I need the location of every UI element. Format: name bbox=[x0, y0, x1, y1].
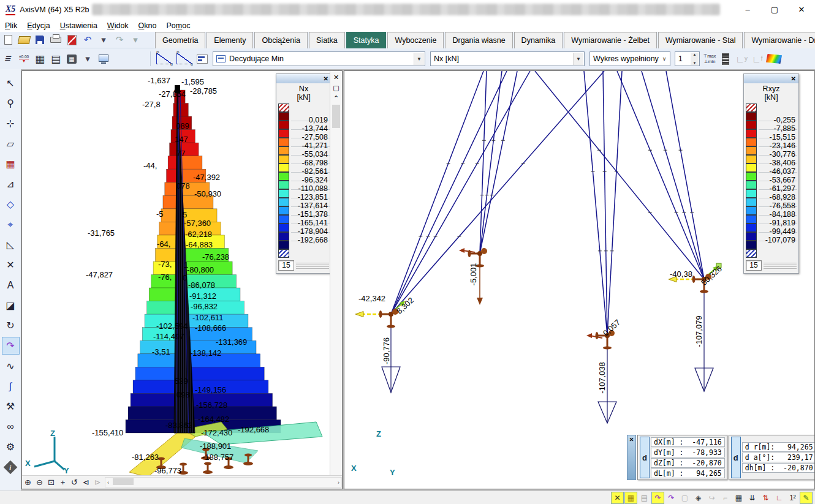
text-annotation-icon[interactable]: A bbox=[2, 276, 20, 294]
scrollbar-thumb[interactable] bbox=[113, 478, 134, 485]
model-view-right[interactable]: -42,342-40,38-90,776-5,001-107,038-107,0… bbox=[344, 70, 815, 489]
left-view-scrollbar[interactable]: ✕ ▢ ⌃ bbox=[330, 71, 342, 477]
snap-icon[interactable]: ✕ bbox=[611, 492, 624, 504]
sections-display-icon[interactable]: ↷ bbox=[665, 492, 678, 504]
drawing-tools-icon[interactable]: ◺ bbox=[2, 236, 20, 254]
rotate-icon[interactable]: ↺ bbox=[69, 476, 80, 488]
print-icon[interactable] bbox=[48, 32, 63, 48]
grid-cursor-icon[interactable]: ▦ bbox=[624, 492, 637, 504]
color-coding-icon[interactable]: ▦ bbox=[2, 155, 20, 173]
guideline-icon[interactable]: ◈ bbox=[692, 492, 705, 504]
move-icon[interactable]: ◇ bbox=[2, 195, 20, 213]
tab-dynamika[interactable]: Dynamika bbox=[514, 32, 563, 48]
table-rows-icon[interactable]: ▤ bbox=[638, 492, 651, 504]
result-component-combo[interactable]: Nx [kN] ▼ bbox=[430, 51, 585, 66]
result-setup-icon[interactable] bbox=[195, 51, 210, 67]
report-icon[interactable]: ▤ bbox=[48, 51, 63, 67]
plane-tools-icon[interactable]: ◪ bbox=[2, 296, 20, 314]
undo-more-icon[interactable]: ▾ bbox=[96, 32, 111, 48]
animation-icon[interactable] bbox=[718, 51, 733, 67]
menu-okno[interactable]: Okno bbox=[134, 20, 162, 31]
menu-edycja[interactable]: Edycja bbox=[22, 20, 55, 31]
panel-grab-bar[interactable]: ✕ bbox=[627, 435, 636, 480]
scrollbar-thumb[interactable] bbox=[332, 105, 340, 128]
dimension-lines-icon[interactable]: ⌖ bbox=[2, 216, 20, 233]
save-icon[interactable] bbox=[32, 32, 47, 48]
zoom-out-icon[interactable]: ⊖ bbox=[34, 476, 45, 488]
redo-icon[interactable]: ↷ bbox=[112, 32, 127, 48]
transform-icon[interactable]: ⊿ bbox=[2, 175, 20, 193]
display-params-icon[interactable] bbox=[96, 51, 111, 67]
section-segment-icon[interactable]: ∫ bbox=[2, 377, 20, 395]
menu-plik[interactable]: Plik bbox=[0, 20, 22, 31]
pdf-icon[interactable] bbox=[64, 32, 79, 48]
polyline-icon[interactable]: ∿ bbox=[2, 357, 20, 375]
horizontal-scrollbar[interactable]: ‹ › bbox=[105, 477, 342, 487]
finish-brush-icon[interactable]: ⚒ bbox=[2, 397, 20, 415]
chevron-down-icon[interactable]: ∨ bbox=[659, 53, 669, 65]
table-icon[interactable]: ▦ bbox=[32, 51, 47, 67]
spinner-arrows-icon[interactable]: ▲▼ bbox=[691, 53, 699, 65]
tab-siatka[interactable]: Siatka bbox=[309, 32, 345, 48]
trajectory-icon[interactable]: ⌐ bbox=[719, 492, 732, 504]
tab-wymiarowanie-drewno[interactable]: Wymiarowanie - Drewno bbox=[744, 32, 815, 48]
arrows-updown-icon[interactable]: ⇅ bbox=[759, 492, 772, 504]
workplane-icon[interactable]: ▢ bbox=[678, 492, 691, 504]
pan-icon[interactable]: + bbox=[57, 476, 69, 488]
open-icon[interactable] bbox=[17, 32, 31, 48]
table-grid-icon[interactable]: ▦ bbox=[732, 492, 745, 504]
dimension-icon[interactable] bbox=[17, 51, 31, 67]
renumber-icon[interactable]: ↻ bbox=[2, 317, 20, 334]
parts-display-icon[interactable]: ↷ bbox=[651, 492, 664, 504]
calc-more-icon[interactable]: ▾ bbox=[80, 51, 95, 67]
coordinate-views-icon[interactable]: ⊹ bbox=[2, 115, 20, 132]
level-count-field[interactable]: 15 bbox=[278, 260, 294, 271]
diagram-style-combo[interactable]: Wykres wypełniony ∨ bbox=[589, 51, 670, 66]
calculator-icon[interactable] bbox=[64, 51, 79, 67]
chevron-down-icon[interactable]: ▼ bbox=[414, 53, 424, 65]
chevron-down-icon[interactable]: ▼ bbox=[573, 53, 583, 65]
modify-trim-icon[interactable]: ✕ bbox=[2, 256, 20, 274]
tab-statyka[interactable]: Statyka bbox=[346, 32, 387, 48]
menu-ustawienia[interactable]: Ustawienia bbox=[55, 20, 102, 31]
zoom-icon[interactable]: ⚲ bbox=[2, 94, 20, 112]
settings-wrench-icon[interactable]: ⚙ bbox=[2, 438, 20, 456]
axes-y-disabled-icon[interactable]: ∟ʸ bbox=[734, 51, 749, 67]
tab-wymiarowanie-elbet[interactable]: Wymiarowanie - Żelbet bbox=[564, 32, 657, 48]
linear-static-icon[interactable] bbox=[156, 53, 172, 64]
scroll-up-icon[interactable]: ⌃ bbox=[333, 94, 339, 102]
tab-wyboczenie[interactable]: Wyboczenie bbox=[387, 32, 444, 48]
close-icon[interactable]: ✕ bbox=[629, 437, 634, 480]
info-icon[interactable]: i bbox=[2, 458, 20, 476]
close-icon[interactable]: ✕ bbox=[333, 73, 339, 81]
view-redo-icon[interactable]: ⊳ bbox=[92, 476, 104, 488]
level-count-field[interactable]: 15 bbox=[746, 260, 762, 271]
axes-f-disabled-icon[interactable]: ∟ᶠ bbox=[750, 51, 765, 67]
menu-pomoc[interactable]: Pomoc bbox=[161, 20, 195, 31]
zoom-fit-icon[interactable]: ⊡ bbox=[45, 476, 57, 488]
maximize-button[interactable]: ▢ bbox=[761, 1, 788, 19]
menu-widok[interactable]: Widok bbox=[102, 20, 134, 31]
redo-more-icon[interactable]: ▾ bbox=[128, 32, 143, 48]
perspective-icon[interactable]: ▱ bbox=[2, 135, 20, 152]
tab-obci-enia[interactable]: Obciążenia bbox=[254, 32, 308, 48]
numbering-icon[interactable]: 1² bbox=[786, 492, 799, 504]
legend-title-bar[interactable]: ✕ bbox=[744, 74, 798, 83]
model-view-left[interactable]: -1,637-1,595-27,854-27,8-28,78508914777-… bbox=[21, 70, 343, 489]
tab-wymiarowanie-stal[interactable]: Wymiarowanie - Stal bbox=[658, 32, 743, 48]
view-undo-icon[interactable]: ⊲ bbox=[80, 476, 92, 488]
tab-elementy[interactable]: Elementy bbox=[207, 32, 253, 48]
zoom-in-icon[interactable]: ⊕ bbox=[22, 476, 34, 488]
tab-geometria[interactable]: Geometria bbox=[155, 32, 205, 48]
maximize-icon[interactable]: ▢ bbox=[333, 84, 339, 92]
render-mode-icon[interactable] bbox=[766, 51, 782, 67]
minmax-icon[interactable] bbox=[702, 51, 717, 67]
legend-title-bar[interactable]: ✕ bbox=[276, 74, 331, 83]
scroll-right-icon[interactable]: › bbox=[338, 480, 339, 486]
scroll-left-icon[interactable]: ‹ bbox=[107, 480, 109, 486]
undo-icon[interactable]: ↶ bbox=[80, 32, 95, 48]
edit-polygon-icon[interactable]: ✎ bbox=[800, 492, 813, 504]
scale-spinner[interactable]: 1 ▲▼ bbox=[675, 51, 700, 66]
nonlinear-static-icon[interactable] bbox=[176, 53, 192, 64]
close-button[interactable]: ✕ bbox=[788, 1, 815, 19]
